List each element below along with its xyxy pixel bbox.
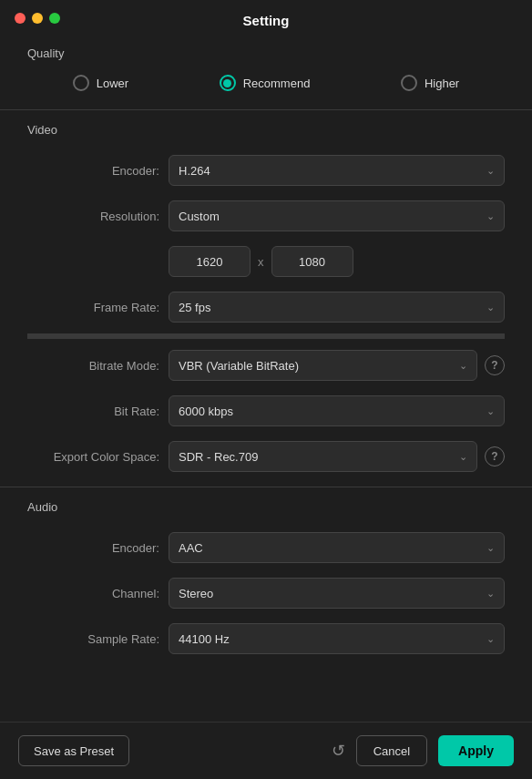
bitrate-mode-label: Bitrate Mode:: [27, 359, 159, 373]
resolution-x-separator: x: [258, 255, 264, 269]
channel-row: Channel: Stereo ⌄: [27, 570, 505, 616]
reset-icon[interactable]: ↺: [332, 741, 345, 761]
window-title: Setting: [243, 13, 290, 28]
bit-rate-chevron-icon: ⌄: [486, 405, 495, 417]
bitrate-mode-info-icon[interactable]: ?: [485, 355, 505, 375]
frame-rate-select[interactable]: 25 fps ⌄: [169, 292, 505, 323]
save-preset-button[interactable]: Save as Preset: [18, 735, 129, 766]
bitrate-mode-select[interactable]: VBR (Variable BitRate) ⌄: [169, 350, 477, 381]
bit-rate-select[interactable]: 6000 kbps ⌄: [169, 395, 505, 426]
bottom-right-controls: ↺ Cancel Apply: [332, 735, 514, 766]
resolution-control: Custom ⌄: [169, 200, 505, 231]
color-space-info-icon[interactable]: ?: [485, 446, 505, 466]
channel-chevron-icon: ⌄: [486, 588, 495, 600]
audio-encoder-chevron-icon: ⌄: [486, 542, 495, 554]
title-bar: Setting: [0, 0, 532, 37]
bitrate-mode-row: Bitrate Mode: VBR (Variable BitRate) ⌄ ?: [27, 343, 505, 388]
channel-select[interactable]: Stereo ⌄: [169, 578, 505, 609]
minimize-button[interactable]: [32, 13, 43, 24]
bit-rate-control: 6000 kbps ⌄: [169, 395, 505, 426]
divider-2: [27, 333, 505, 339]
audio-section-label: Audio: [0, 491, 532, 521]
encoder-value: H.264: [179, 164, 210, 178]
audio-encoder-row: Encoder: AAC ⌄: [27, 525, 505, 570]
frame-rate-chevron-icon: ⌄: [486, 302, 495, 313]
resolution-inputs-wrap: x: [169, 246, 505, 277]
bottom-bar: Save as Preset ↺ Cancel Apply: [0, 722, 532, 779]
encoder-control: H.264 ⌄: [169, 155, 505, 186]
channel-control: Stereo ⌄: [169, 578, 505, 609]
color-space-value: SDR - Rec.709: [179, 450, 258, 464]
resolution-inputs: x: [169, 246, 353, 277]
apply-button[interactable]: Apply: [438, 735, 514, 766]
bit-rate-label: Bit Rate:: [27, 405, 159, 418]
quality-lower-label: Lower: [97, 77, 128, 90]
encoder-chevron-icon: ⌄: [486, 165, 495, 177]
resolution-row: Resolution: Custom ⌄: [27, 193, 505, 239]
divider-3: [0, 487, 532, 487]
resolution-value: Custom: [179, 210, 220, 223]
resolution-inputs-row: x: [27, 239, 505, 284]
sample-rate-select[interactable]: 44100 Hz ⌄: [169, 623, 505, 654]
resolution-height-input[interactable]: [271, 246, 353, 277]
close-button[interactable]: [15, 13, 26, 24]
quality-higher-radio[interactable]: [401, 75, 417, 91]
audio-encoder-control: AAC ⌄: [169, 532, 505, 563]
quality-lower[interactable]: Lower: [73, 75, 128, 91]
frame-rate-value: 25 fps: [179, 301, 210, 314]
quality-lower-radio[interactable]: [73, 75, 89, 91]
window-controls: [15, 13, 60, 24]
video-form: Encoder: H.264 ⌄ Resolution: Custom ⌄: [0, 144, 532, 483]
color-space-label: Export Color Space:: [27, 450, 159, 464]
audio-form: Encoder: AAC ⌄ Channel: Stereo ⌄ Sample …: [0, 521, 532, 665]
audio-encoder-value: AAC: [179, 541, 203, 555]
audio-encoder-select[interactable]: AAC ⌄: [169, 532, 505, 563]
maximize-button[interactable]: [49, 13, 60, 24]
color-space-control: SDR - Rec.709 ⌄ ?: [169, 441, 505, 472]
sample-rate-value: 44100 Hz: [179, 632, 230, 646]
resolution-select[interactable]: Custom ⌄: [169, 200, 505, 231]
divider-1: [0, 109, 532, 110]
encoder-select[interactable]: H.264 ⌄: [169, 155, 505, 186]
video-section-label: Video: [0, 114, 532, 144]
quality-recommend-label: Recommend: [243, 77, 311, 90]
sample-rate-row: Sample Rate: 44100 Hz ⌄: [27, 616, 505, 661]
color-space-select[interactable]: SDR - Rec.709 ⌄: [169, 441, 477, 472]
resolution-chevron-icon: ⌄: [486, 210, 495, 222]
sample-rate-label: Sample Rate:: [27, 632, 159, 646]
color-space-row: Export Color Space: SDR - Rec.709 ⌄ ?: [27, 434, 505, 479]
quality-higher[interactable]: Higher: [401, 75, 459, 91]
resolution-label: Resolution:: [27, 210, 159, 223]
color-space-chevron-icon: ⌄: [459, 451, 467, 463]
sample-rate-control: 44100 Hz ⌄: [169, 623, 505, 654]
encoder-row: Encoder: H.264 ⌄: [27, 148, 505, 193]
quality-recommend-radio[interactable]: [220, 75, 236, 91]
bit-rate-value: 6000 kbps: [179, 405, 233, 418]
resolution-width-input[interactable]: [169, 246, 251, 277]
bitrate-mode-chevron-icon: ⌄: [459, 360, 467, 372]
quality-options: Lower Recommend Higher: [0, 67, 532, 106]
cancel-button[interactable]: Cancel: [356, 735, 427, 766]
bitrate-mode-value: VBR (Variable BitRate): [179, 359, 299, 373]
quality-section-label: Quality: [0, 37, 532, 67]
bitrate-mode-control: VBR (Variable BitRate) ⌄ ?: [169, 350, 505, 381]
channel-value: Stereo: [179, 587, 213, 600]
quality-higher-label: Higher: [425, 77, 459, 90]
sample-rate-chevron-icon: ⌄: [486, 633, 495, 645]
frame-rate-row: Frame Rate: 25 fps ⌄: [27, 284, 505, 330]
audio-encoder-label: Encoder:: [27, 541, 159, 555]
bit-rate-row: Bit Rate: 6000 kbps ⌄: [27, 388, 505, 434]
encoder-label: Encoder:: [27, 164, 159, 178]
channel-label: Channel:: [27, 587, 159, 600]
frame-rate-label: Frame Rate:: [27, 301, 159, 314]
frame-rate-control: 25 fps ⌄: [169, 292, 505, 323]
quality-recommend[interactable]: Recommend: [220, 75, 311, 91]
